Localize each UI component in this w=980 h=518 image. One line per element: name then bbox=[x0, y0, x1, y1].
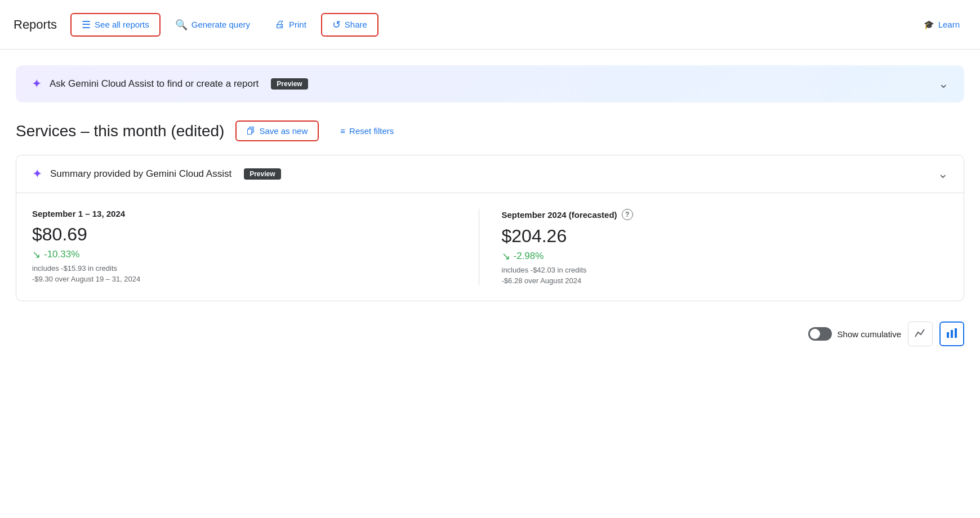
current-amount: $80.69 bbox=[32, 224, 467, 245]
summary-card-title: Summary provided by Gemini Cloud Assist bbox=[50, 168, 231, 180]
forecasted-change-arrow-icon: ↘ bbox=[502, 250, 510, 262]
report-title-section: Services – this month (edited) 🗍 Save as… bbox=[0, 102, 980, 150]
gemini-summary-star-icon: ✦ bbox=[32, 167, 42, 181]
summary-col-forecasted: September 2024 (forecasted) ? $204.26 ↘ … bbox=[479, 209, 948, 285]
help-icon[interactable]: ? bbox=[622, 209, 633, 220]
show-cumulative-toggle[interactable] bbox=[808, 327, 832, 341]
generate-query-button[interactable]: 🔍 Generate query bbox=[165, 14, 260, 35]
current-credits: includes -$15.93 in credits bbox=[32, 264, 467, 273]
toggle-knob bbox=[810, 329, 820, 339]
reset-filters-button[interactable]: ≡ Reset filters bbox=[330, 122, 404, 140]
save-icon: 🗍 bbox=[247, 126, 255, 136]
current-period-label: September 1 – 13, 2024 bbox=[32, 209, 467, 218]
gemini-banner-text: Ask Gemini Cloud Assist to find or creat… bbox=[50, 78, 259, 90]
preview-badge: Preview bbox=[271, 78, 308, 90]
share-icon: ↺ bbox=[332, 19, 341, 31]
search-query-icon: 🔍 bbox=[175, 19, 188, 31]
print-icon: 🖨 bbox=[275, 19, 285, 30]
forecasted-amount: $204.26 bbox=[502, 226, 937, 247]
show-cumulative-label: Show cumulative bbox=[838, 329, 901, 339]
forecasted-change: ↘ -2.98% bbox=[502, 250, 937, 262]
filter-icon: ≡ bbox=[340, 126, 345, 136]
bar-chart-button[interactable] bbox=[939, 321, 964, 346]
chevron-down-icon: ⌄ bbox=[938, 77, 948, 91]
gemini-ask-banner[interactable]: ✦ Ask Gemini Cloud Assist to find or cre… bbox=[16, 65, 964, 102]
current-change-arrow-icon: ↘ bbox=[32, 248, 41, 261]
forecasted-period-label: September 2024 (forecasted) ? bbox=[502, 209, 937, 220]
save-as-new-button[interactable]: 🗍 Save as new bbox=[235, 120, 319, 141]
share-button[interactable]: ↺ Share bbox=[321, 13, 378, 37]
gemini-star-icon: ✦ bbox=[32, 77, 42, 91]
current-change: ↘ -10.33% bbox=[32, 248, 467, 261]
learn-icon: 🎓 bbox=[924, 20, 934, 30]
current-subtext: -$9.30 over August 19 – 31, 2024 bbox=[32, 275, 467, 283]
svg-rect-2 bbox=[955, 328, 957, 338]
svg-rect-1 bbox=[951, 330, 953, 338]
learn-button[interactable]: 🎓 Learn bbox=[917, 15, 966, 34]
summary-preview-badge: Preview bbox=[244, 168, 280, 180]
summary-chevron-down-icon: ⌄ bbox=[938, 167, 948, 181]
show-cumulative-control: Show cumulative bbox=[808, 327, 901, 341]
svg-rect-0 bbox=[947, 332, 949, 338]
forecasted-credits: includes -$42.03 in credits bbox=[502, 266, 937, 274]
forecasted-subtext: -$6.28 over August 2024 bbox=[502, 276, 937, 285]
page-title: Reports bbox=[14, 17, 57, 32]
current-change-value: -10.33% bbox=[44, 249, 79, 260]
bar-chart-icon bbox=[946, 327, 958, 342]
line-chart-icon bbox=[914, 327, 926, 342]
summary-card-body: September 1 – 13, 2024 $80.69 ↘ -10.33% … bbox=[16, 193, 964, 301]
forecasted-change-value: -2.98% bbox=[514, 251, 544, 262]
summary-col-current: September 1 – 13, 2024 $80.69 ↘ -10.33% … bbox=[32, 209, 479, 285]
print-button[interactable]: 🖨 Print bbox=[265, 14, 317, 35]
line-chart-button[interactable] bbox=[908, 321, 933, 346]
report-title: Services – this month (edited) bbox=[16, 122, 224, 140]
bottom-controls: Show cumulative bbox=[0, 315, 980, 353]
list-icon: ☰ bbox=[82, 19, 91, 31]
summary-card: ✦ Summary provided by Gemini Cloud Assis… bbox=[16, 155, 964, 301]
see-all-reports-button[interactable]: ☰ See all reports bbox=[70, 13, 161, 37]
toolbar: Reports ☰ See all reports 🔍 Generate que… bbox=[0, 0, 980, 50]
summary-card-header[interactable]: ✦ Summary provided by Gemini Cloud Assis… bbox=[16, 155, 964, 193]
